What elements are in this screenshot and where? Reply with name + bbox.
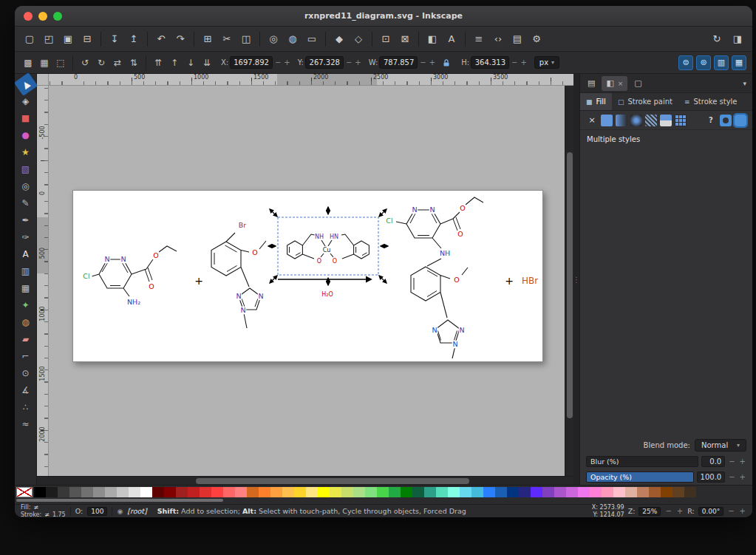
star-tool[interactable]: ★ xyxy=(17,144,35,160)
text-tool-dialog-icon[interactable]: A xyxy=(443,30,460,48)
eraser-tool[interactable]: ▰ xyxy=(17,331,35,347)
palette-swatch[interactable] xyxy=(259,487,270,497)
group-icon[interactable]: ⊡ xyxy=(377,30,395,48)
palette-swatch[interactable] xyxy=(330,487,341,497)
palette-scrollbar-thumb[interactable] xyxy=(16,499,223,502)
palette-swatch[interactable] xyxy=(34,487,46,497)
rotate-view-icon[interactable]: ↻ xyxy=(708,30,726,48)
ungroup-icon[interactable]: ⊠ xyxy=(396,30,414,48)
palette-swatch[interactable] xyxy=(306,487,318,497)
palette-swatch[interactable] xyxy=(483,487,495,497)
palette-swatch[interactable] xyxy=(495,487,507,497)
palette-swatch[interactable] xyxy=(223,487,235,497)
pencil-tool[interactable]: ✎ xyxy=(17,195,35,211)
palette-swatch[interactable] xyxy=(81,487,93,497)
text-tool[interactable]: A xyxy=(17,246,35,262)
palette-swatch[interactable] xyxy=(460,487,471,497)
paint-mesh-button[interactable] xyxy=(675,115,687,126)
palette-scrollbar[interactable] xyxy=(16,498,751,503)
palette-swatch[interactable] xyxy=(294,487,306,497)
y-field[interactable]: 267.328 xyxy=(305,56,344,69)
document-properties-tab[interactable]: ▢ xyxy=(630,76,646,91)
rotate-cw-icon[interactable]: ↻ xyxy=(94,55,109,70)
paint-none-button[interactable]: × xyxy=(586,115,598,126)
raise-icon[interactable]: ↑ xyxy=(167,55,182,70)
palette-swatch[interactable] xyxy=(554,487,566,497)
fill-stroke-dialog-icon[interactable]: ◧ xyxy=(423,30,441,48)
document-open-icon[interactable]: ◰ xyxy=(40,30,58,48)
opacity-increment-button[interactable]: + xyxy=(739,473,746,481)
palette-swatch[interactable] xyxy=(389,487,401,497)
palette-swatch[interactable] xyxy=(613,487,625,497)
lock-ratio-icon[interactable] xyxy=(440,56,453,69)
ellipse-tool[interactable]: ● xyxy=(17,127,35,143)
xml-editor-icon[interactable]: ‹› xyxy=(489,30,507,48)
import-icon[interactable]: ↧ xyxy=(106,30,123,48)
palette-swatch[interactable] xyxy=(117,487,129,497)
x-decrement-button[interactable]: − xyxy=(274,58,282,67)
canvas[interactable]: NNClNH₂OO+BrONNNNHHNCuOOH₂ONNClOONHONNN+… xyxy=(49,86,565,476)
swatches-dialog-tab[interactable]: ▤ xyxy=(583,76,599,91)
fill-stroke-indicator[interactable]: Fill:≠ Stroke:≠1.75 xyxy=(21,504,66,517)
vertical-scrollbar[interactable] xyxy=(565,86,573,476)
unit-dropdown[interactable]: px ▾ xyxy=(534,56,559,69)
paint-unknown-button[interactable]: ? xyxy=(705,115,717,126)
palette-swatch[interactable] xyxy=(129,487,140,497)
paste-icon[interactable]: ◫ xyxy=(237,30,255,48)
rotation-increment-button[interactable]: + xyxy=(739,507,746,515)
preferences-icon[interactable]: ⚙ xyxy=(528,30,545,48)
horizontal-scrollbar-thumb[interactable] xyxy=(196,478,469,484)
node-tool[interactable]: ◈ xyxy=(17,93,35,109)
move-gradients-toggle[interactable]: ▥ xyxy=(714,55,729,70)
palette-swatch[interactable] xyxy=(318,487,330,497)
palette-swatch[interactable] xyxy=(471,487,483,497)
opacity-value[interactable]: 100.0 xyxy=(697,471,726,483)
lower-icon[interactable]: ↓ xyxy=(183,55,198,70)
palette-swatch[interactable] xyxy=(200,487,211,497)
raise-to-top-icon[interactable]: ⇈ xyxy=(151,55,166,70)
select-same-icon[interactable]: ▦ xyxy=(37,55,52,70)
redo-icon[interactable]: ↷ xyxy=(171,30,189,48)
fill-rule-evenodd-button[interactable] xyxy=(720,115,732,126)
close-dialog-icon[interactable]: × xyxy=(618,80,624,87)
blur-increment-button[interactable]: + xyxy=(739,457,746,466)
palette-swatch[interactable] xyxy=(282,487,294,497)
palette-swatch[interactable] xyxy=(152,487,164,497)
box-3d-tool[interactable]: ▧ xyxy=(17,161,35,177)
palette-swatch[interactable] xyxy=(46,487,58,497)
clone-icon[interactable]: ◇ xyxy=(350,30,367,48)
document-save-icon[interactable]: ▣ xyxy=(59,30,77,48)
rotate-ccw-icon[interactable]: ↺ xyxy=(78,55,92,70)
paint-flat-button[interactable] xyxy=(601,115,613,126)
palette-swatch[interactable] xyxy=(164,487,176,497)
palette-swatch[interactable] xyxy=(578,487,590,497)
horizontal-ruler[interactable]: 0500100015002000250030003500 xyxy=(49,74,573,86)
move-patterns-toggle[interactable]: ▦ xyxy=(732,55,746,70)
align-dialog-icon[interactable]: ≡ xyxy=(470,30,488,48)
palette-swatch[interactable] xyxy=(625,487,637,497)
palette-swatch[interactable] xyxy=(140,487,152,497)
palette-swatch[interactable] xyxy=(211,487,223,497)
h-decrement-button[interactable]: − xyxy=(511,58,518,67)
title-bar[interactable]: rxnpred11_diagram.svg - Inkscape xyxy=(15,6,752,27)
dropper-tool[interactable]: ✦ xyxy=(17,297,35,313)
fill-rule-nonzero-button[interactable] xyxy=(735,115,746,126)
palette-swatch[interactable] xyxy=(519,487,531,497)
palette-swatch[interactable] xyxy=(377,487,389,497)
palette-swatch[interactable] xyxy=(270,487,282,497)
palette-swatch[interactable] xyxy=(672,487,684,497)
undo-icon[interactable]: ↶ xyxy=(152,30,170,48)
flip-horizontal-icon[interactable]: ⇄ xyxy=(110,55,125,70)
zoom-field[interactable]: 25% xyxy=(638,507,661,516)
current-layer-label[interactable]: [root] xyxy=(127,507,146,515)
palette-swatch[interactable] xyxy=(247,487,259,497)
palette-none-swatch[interactable] xyxy=(16,487,33,497)
paint-bucket-tool[interactable]: ◍ xyxy=(17,314,35,330)
palette-swatch[interactable] xyxy=(531,487,542,497)
opacity-slider[interactable]: Opacity (%) xyxy=(586,471,694,483)
tweak-tool[interactable]: ≈ xyxy=(17,416,35,432)
toggle-panel-icon[interactable]: ◨ xyxy=(729,30,746,48)
palette-swatch[interactable] xyxy=(353,487,365,497)
y-increment-button[interactable]: + xyxy=(354,58,361,67)
palette-swatch[interactable] xyxy=(684,487,696,497)
